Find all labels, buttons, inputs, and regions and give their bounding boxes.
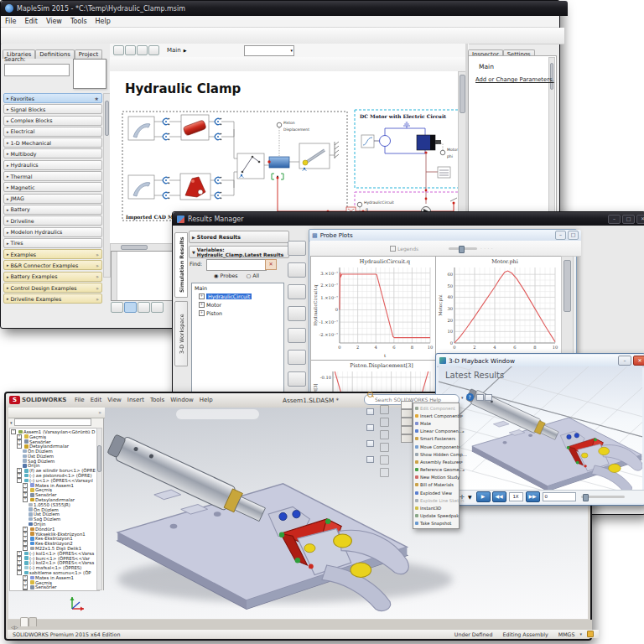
command-tab[interactable] [401, 409, 413, 418]
menu-item[interactable]: View [105, 397, 125, 403]
expander-icon[interactable] [23, 508, 26, 512]
menu-item[interactable]: Edit [87, 397, 105, 403]
probe-combobox[interactable]: ▾ [244, 45, 294, 56]
library-item[interactable]: ▸ Tires [3, 238, 102, 248]
view-tool-icon[interactable] [148, 45, 159, 55]
expander-icon[interactable]: + [199, 310, 205, 316]
library-item[interactable]: ▸ Multibody [3, 148, 102, 158]
maximize-button[interactable]: □ [568, 231, 579, 240]
menu-item[interactable]: Take Snapshot [413, 520, 459, 527]
find-input[interactable] [206, 259, 267, 271]
library-item[interactable]: ▸ JMAG [3, 194, 102, 204]
plot-action-button[interactable] [288, 284, 306, 299]
all-radio[interactable]: ○ All [247, 273, 259, 278]
command-tab[interactable] [401, 418, 413, 426]
expander-icon[interactable] [23, 517, 26, 521]
expander-icon[interactable]: − [17, 478, 22, 483]
view-tool-icon[interactable] [125, 45, 136, 55]
expander-icon[interactable]: + [23, 589, 28, 591]
clear-find-button[interactable]: ✕ [265, 259, 277, 270]
tree-item[interactable]: + Detaylandırmalar [10, 589, 99, 591]
maximize-button[interactable]: □ [622, 215, 635, 224]
minimize-button[interactable]: – [618, 356, 631, 366]
plot-action-button[interactable] [288, 262, 306, 278]
expander-icon[interactable] [23, 522, 26, 526]
library-item[interactable]: ▸ Examples » [3, 249, 102, 259]
document-tab[interactable] [20, 617, 29, 626]
panel-tab[interactable]: Definitions [35, 49, 74, 59]
expander-icon[interactable] [17, 464, 20, 467]
tree-item[interactable]: + Piston [192, 309, 283, 317]
maplesim-titlebar[interactable]: MapleSim 2015 - *C:\Temp\Hydraulic_Clamp… [1, 1, 568, 16]
close-button[interactable]: ✕ [636, 215, 644, 224]
library-item[interactable]: ▸ Signal Blocks [3, 104, 102, 114]
console-button[interactable] [111, 302, 123, 313]
menu-item[interactable]: Exploded View [413, 489, 459, 496]
expander-icon[interactable]: + [199, 302, 205, 308]
units-dropdown-icon[interactable]: ▾ [579, 631, 582, 636]
play-button[interactable]: ▶ [476, 491, 491, 502]
menu-item[interactable]: Explode Line Sketch [413, 496, 459, 504]
playback-titlebar[interactable]: 3-D Playback Window – ✕ [437, 355, 644, 367]
expander-icon[interactable]: − [17, 570, 22, 575]
menu-item[interactable]: Insert Components ▸ [413, 412, 459, 419]
menu-item[interactable]: Help [91, 18, 115, 25]
expander-icon[interactable] [17, 454, 20, 458]
menu-item[interactable]: Edit Component [413, 404, 459, 412]
expander-icon[interactable] [17, 449, 20, 453]
command-icon[interactable] [380, 405, 389, 414]
library-item[interactable]: ▸ Driveline Examples » [3, 293, 102, 304]
minimize-button[interactable]: – [555, 231, 566, 240]
command-tab[interactable] [401, 401, 413, 409]
menu-item[interactable]: Reference Geome... ▸ [413, 466, 459, 474]
workspace-tab[interactable]: Simulation Results [174, 232, 188, 298]
menu-item[interactable]: Edit [20, 18, 42, 25]
plot-action-button[interactable] [288, 306, 306, 321]
library-item[interactable]: ▸ Battery Examples » [3, 272, 102, 282]
library-item[interactable]: ▸ Modelon Hydraulics [3, 227, 102, 237]
menu-item[interactable]: New Motion Study [413, 474, 459, 481]
plot-action-button[interactable] [288, 328, 306, 343]
window-icon[interactable] [485, 394, 492, 401]
expander-icon[interactable]: + [23, 546, 28, 551]
command-icon[interactable] [380, 418, 389, 427]
menu-item[interactable]: View [42, 18, 66, 25]
library-item[interactable]: ▸ Favorites ★ [3, 93, 102, 103]
console-button[interactable] [138, 302, 150, 313]
menu-item[interactable]: Move Component ▸ [413, 443, 459, 450]
menu-item[interactable]: Help [196, 397, 216, 403]
menu-item[interactable]: Tools [147, 397, 167, 403]
expander-icon[interactable] [23, 503, 26, 506]
help-status-icon[interactable] [587, 631, 594, 637]
library-item[interactable]: ▸ Driveline [3, 216, 102, 226]
library-item[interactable]: ▸ Thermal [3, 171, 102, 181]
menu-item[interactable]: Show Hidden Comp... [413, 450, 459, 458]
library-search-input[interactable] [4, 64, 70, 76]
view-tool-icon[interactable] [113, 45, 124, 55]
variables-header[interactable]: ▼ Variables: Hydraulic_Clamp.Latest Resu… [189, 246, 289, 258]
tree-item[interactable]: − Assem1 (Varsayılan<Görüntü D [10, 429, 99, 434]
plot-size-slider[interactable] [449, 247, 477, 250]
fast-forward-button[interactable]: ▶▶ [526, 491, 540, 502]
library-item[interactable]: ▸ 1-D Mechanical [3, 138, 102, 148]
plot-action-button[interactable] [288, 241, 306, 256]
stored-results-header[interactable]: ▶ Stored Results [189, 231, 289, 243]
library-item[interactable]: ▸ B&R Connector Examples » [3, 260, 102, 270]
breadcrumb[interactable]: Main [167, 47, 181, 54]
search-dropdown-icon[interactable]: ▾ [461, 395, 464, 400]
expander-icon[interactable]: + [17, 444, 22, 449]
command-tab[interactable] [401, 426, 413, 434]
window-icon[interactable] [476, 394, 484, 401]
message-console[interactable] [111, 251, 175, 301]
library-item[interactable]: ▸ Hydraulics [3, 160, 102, 170]
view-tool-icon[interactable] [137, 45, 148, 55]
window-icon[interactable] [366, 440, 374, 447]
library-item[interactable]: ▸ Battery [3, 205, 102, 215]
tree-item[interactable]: + Motor [192, 300, 283, 309]
document-tab[interactable] [29, 617, 37, 626]
library-item[interactable]: ▸ Control Design Examples » [3, 283, 102, 293]
command-icon[interactable] [380, 430, 389, 439]
library-item[interactable]: ▸ Electrical [3, 127, 102, 137]
workspace-tab[interactable]: 3-D Workspace [174, 301, 188, 366]
menu-item[interactable]: Assembly Features ▸ [413, 458, 459, 465]
